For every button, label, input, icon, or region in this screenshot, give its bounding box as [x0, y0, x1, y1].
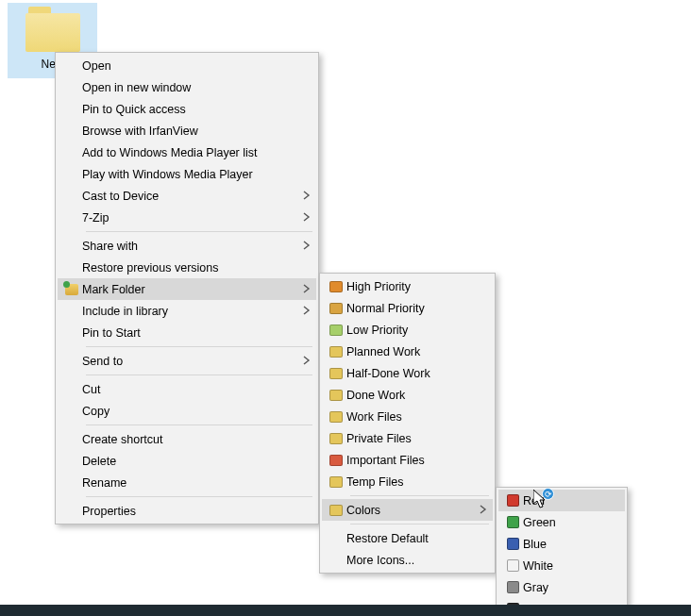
separator — [350, 495, 489, 496]
menu-item-label: Work Files — [346, 410, 476, 424]
menu-item-gray[interactable]: Gray — [498, 576, 625, 598]
menu-item-planned-work[interactable]: Planned Work — [322, 341, 493, 362]
menu-item-half-done[interactable]: Half-Done Work — [322, 362, 493, 384]
menu-item-temp-files[interactable]: Temp Files — [322, 471, 493, 492]
menu-item-green[interactable]: Green — [498, 511, 625, 533]
menu-item-colors[interactable]: Colors — [322, 499, 493, 521]
folder-color-icon — [326, 455, 346, 466]
menu-item-label: White — [523, 559, 608, 573]
menu-item-cut[interactable]: Cut — [58, 378, 316, 400]
mouse-cursor: ⟳ — [533, 490, 547, 508]
menu-item-more-icons[interactable]: More Icons... — [322, 549, 493, 571]
menu-item-properties[interactable]: Properties — [58, 500, 316, 522]
menu-item-include-lib[interactable]: Include in library — [58, 300, 316, 322]
menu-item-label: Rename — [82, 476, 299, 490]
menu-item-label: Private Files — [346, 432, 476, 445]
folder-color-icon — [326, 325, 346, 336]
folder-color-icon — [326, 281, 346, 292]
color-swatch-icon — [502, 581, 523, 593]
color-swatch-icon — [502, 538, 523, 550]
menu-item-cast[interactable]: Cast to Device — [58, 185, 316, 207]
menu-item-label: Gray — [523, 581, 608, 594]
menu-item-irfanview[interactable]: Browse with IrfanView — [58, 120, 316, 142]
menu-item-label: Blue — [523, 538, 608, 551]
folder-color-icon — [326, 303, 346, 314]
folder-color-icon — [326, 476, 346, 488]
menu-item-white[interactable]: White — [498, 555, 625, 576]
menu-item-open[interactable]: Open — [58, 55, 316, 76]
folder-color-icon — [326, 505, 346, 516]
menu-item-red[interactable]: Red — [498, 490, 625, 511]
submenu-colors: RedGreenBlueWhiteGrayBlack — [496, 487, 628, 616]
menu-item-label: Open in new window — [82, 81, 299, 94]
menu-item-label: Colors — [346, 504, 476, 517]
chevron-right-icon — [299, 305, 311, 318]
menu-item-important[interactable]: Important Files — [322, 449, 493, 471]
menu-item-label: Create shortcut — [82, 433, 299, 446]
menu-item-pin-start[interactable]: Pin to Start — [58, 322, 316, 343]
folder-color-icon — [326, 390, 346, 401]
menu-item-play-wmp[interactable]: Play with Windows Media Player — [58, 163, 316, 185]
menu-item-mark-folder[interactable]: Mark Folder — [58, 278, 316, 300]
menu-item-label: Browse with IrfanView — [82, 125, 299, 138]
chevron-right-icon — [476, 504, 487, 517]
folder-color-icon — [326, 368, 346, 379]
menu-item-copy[interactable]: Copy — [58, 400, 316, 422]
menu-item-label: Half-Done Work — [346, 367, 476, 380]
color-swatch-icon — [502, 494, 523, 507]
menu-item-label: Normal Priority — [346, 302, 476, 315]
menu-item-private-files[interactable]: Private Files — [322, 427, 493, 449]
separator — [86, 425, 312, 425]
menu-item-label: Pin to Quick access — [82, 103, 299, 116]
menu-item-label: 7-Zip — [82, 211, 299, 225]
menu-item-label: Restore Default — [346, 532, 476, 545]
context-menu-main: OpenOpen in new windowPin to Quick acces… — [55, 52, 319, 524]
menu-item-send-to[interactable]: Send to — [58, 350, 316, 372]
separator — [86, 496, 312, 497]
chevron-right-icon — [299, 240, 311, 253]
menu-item-high-priority[interactable]: High Priority — [322, 275, 493, 297]
menu-item-label: Share with — [82, 240, 299, 253]
menu-item-delete[interactable]: Delete — [58, 450, 316, 472]
chevron-right-icon — [299, 355, 311, 368]
menu-item-share-with[interactable]: Share with — [58, 235, 316, 257]
menu-item-pin-quick[interactable]: Pin to Quick access — [58, 98, 316, 120]
menu-item-label: Mark Folder — [82, 283, 299, 296]
menu-item-open-new-window[interactable]: Open in new window — [58, 76, 316, 98]
menu-item-label: Cast to Device — [82, 190, 299, 203]
chevron-right-icon — [299, 283, 311, 296]
menu-item-label: Delete — [82, 455, 299, 468]
menu-item-blue[interactable]: Blue — [498, 533, 625, 555]
color-swatch-icon — [502, 559, 523, 572]
menu-item-rename[interactable]: Rename — [58, 472, 316, 493]
menu-item-work-files[interactable]: Work Files — [322, 406, 493, 427]
color-swatch-icon — [502, 516, 523, 528]
chevron-right-icon — [299, 190, 311, 203]
menu-item-shortcut[interactable]: Create shortcut — [58, 428, 316, 450]
menu-item-low-priority[interactable]: Low Priority — [322, 319, 493, 341]
menu-item-7zip[interactable]: 7-Zip — [58, 207, 316, 228]
chevron-right-icon — [299, 211, 311, 225]
menu-item-restore-default[interactable]: Restore Default — [322, 527, 493, 549]
menu-item-add-wmp[interactable]: Add to Windows Media Player list — [58, 142, 316, 163]
submenu-mark-folder: High PriorityNormal PriorityLow Priority… — [319, 273, 496, 574]
separator — [86, 346, 312, 347]
folder-color-icon — [326, 433, 346, 444]
menu-item-label: Pin to Start — [82, 326, 299, 340]
separator — [86, 375, 312, 375]
menu-item-label: Copy — [82, 405, 299, 418]
menu-item-label: Properties — [82, 505, 299, 518]
menu-item-label: Important Files — [346, 454, 476, 467]
separator — [350, 524, 489, 524]
folder-icon — [25, 7, 80, 52]
menu-item-normal-priority[interactable]: Normal Priority — [322, 297, 493, 319]
menu-item-label: More Icons... — [346, 554, 476, 567]
menu-item-restore-prev[interactable]: Restore previous versions — [58, 257, 316, 278]
taskbar — [0, 605, 691, 616]
menu-item-label: Send to — [82, 355, 299, 368]
menu-item-label: Open — [82, 59, 299, 73]
menu-item-label: Done Work — [346, 389, 476, 402]
menu-item-label: Cut — [82, 383, 299, 396]
folder-color-icon — [326, 346, 346, 358]
menu-item-done-work[interactable]: Done Work — [322, 384, 493, 406]
